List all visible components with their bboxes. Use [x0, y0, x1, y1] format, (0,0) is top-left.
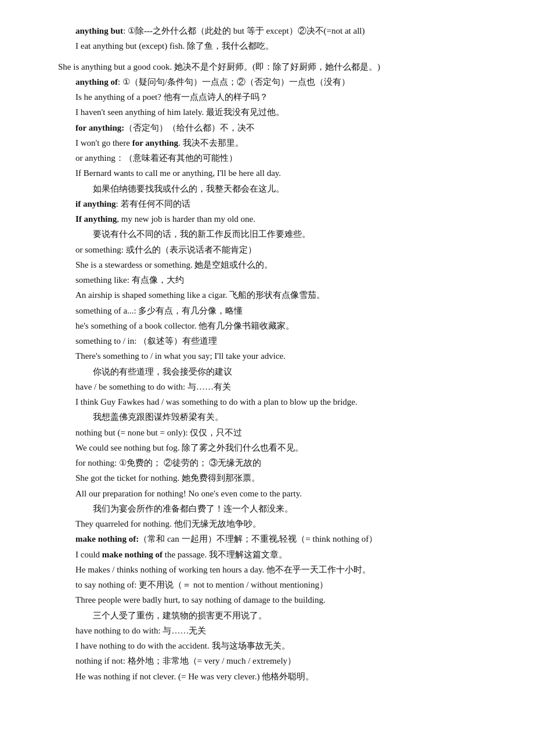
term-if-anything: if anything: [75, 199, 116, 208]
main-content: anything but: ①除---之外什么都（此处的 but 等于 exce…: [58, 23, 488, 684]
line-something-like-ex: An airship is shaped something like a ci…: [58, 287, 488, 303]
line-to-say-nothing-zh: 三个人受了重伤，建筑物的损害更不用说了。: [58, 608, 488, 623]
line-for-nothing-ex1: She got the ticket for nothing. 她免费得到那张票…: [58, 470, 488, 485]
line-for-anything-def: for anything:（否定句）（给什么都）不，决不: [58, 120, 488, 135]
line-for-nothing-def: for nothing: ①免费的； ②徒劳的； ③无缘无故的: [58, 455, 488, 470]
term-for-anything-bold: for anything: [132, 138, 178, 147]
line-or-something-def: or something: 或什么的（表示说话者不能肯定）: [58, 242, 488, 257]
line-have-something-ex: I think Guy Fawkes had / was something t…: [58, 394, 488, 409]
line-something-of-def: something of a...: 多少有点，有几分像，略懂: [58, 303, 488, 318]
line-or-anything-zh: 如果伯纳德要找我或什么的，我整天都会在这儿。: [58, 181, 488, 196]
line-for-nothing-ex3: They quarreled for nothing. 他们无缘无故地争吵。: [58, 516, 488, 531]
term-make-nothing-bold: make nothing of: [102, 550, 163, 559]
line-or-anything-def: or anything：（意味着还有其他的可能性）: [58, 150, 488, 165]
line-make-nothing-ex1: I could make nothing of the passage. 我不理…: [58, 547, 488, 562]
line-something-like-def: something like: 有点像，大约: [58, 272, 488, 287]
line-she-is: She is anything but a good cook. 她决不是个好厨…: [58, 59, 488, 74]
term-anything-of: anything of: [75, 77, 118, 87]
line-make-nothing-ex2: He makes / thinks nothing of working ten…: [58, 562, 488, 577]
line-anything-but-ex: I eat anything but (except) fish. 除了鱼，我什…: [58, 38, 488, 53]
line-for-nothing-ex2: All our preparation for nothing! No one'…: [58, 486, 488, 501]
line-if-anything-def: if anything: 若有任何不同的话: [58, 196, 488, 211]
line-or-anything-ex: If Bernard wants to call me or anything,…: [58, 165, 488, 181]
line-something-of-ex: he's something of a book collector. 他有几分…: [58, 318, 488, 333]
line-anything-of-ex1: Is he anything of a poet? 他有一点点诗人的样子吗？: [58, 89, 488, 105]
line-something-to-def: something to / in: （叙述等）有些道理: [58, 333, 488, 348]
term-for-anything: for anything:: [75, 123, 124, 132]
line-if-anything-ex: If anything, my new job is harder than m…: [58, 211, 488, 226]
line-for-nothing-zh: 我们为宴会所作的准备都白费了！连一个人都没来。: [58, 501, 488, 516]
line-or-something-ex: She is a stewardess or something. 她是空姐或什…: [58, 257, 488, 272]
line-anything-of-ex2: I haven't seen anything of him lately. 最…: [58, 105, 488, 120]
term-if-anything-bold: If anything: [75, 214, 117, 224]
line-nothing-if-not-def: nothing if not: 格外地；非常地（= very / much / …: [58, 653, 488, 668]
line-anything-but-def: anything but: ①除---之外什么都（此处的 but 等于 exce…: [58, 23, 488, 38]
line-anything-of-def: anything of: ①（疑问句/条件句）一点点；②（否定句）一点也（没有）: [58, 74, 488, 89]
line-to-say-nothing-def: to say nothing of: 更不用说（＝ not to mention…: [58, 577, 488, 592]
line-something-to-ex: There's something to / in what you say; …: [58, 348, 488, 363]
line-have-something-def: have / be something to do with: 与……有关: [58, 379, 488, 394]
term-anything-but: anything but: [75, 26, 123, 35]
term-make-nothing: make nothing of:: [75, 534, 139, 543]
line-have-something-zh: 我想盖佛克跟图谋炸毁桥梁有关。: [58, 409, 488, 424]
line-if-anything-zh: 要说有什么不同的话，我的新工作反而比旧工作要难些。: [58, 226, 488, 242]
line-have-nothing-def: have nothing to do with: 与……无关: [58, 623, 488, 638]
line-make-nothing-def: make nothing of:（常和 can 一起用）不理解；不重视,轻视（=…: [58, 531, 488, 546]
line-have-nothing-ex: I have nothing to do with the accident. …: [58, 638, 488, 653]
line-nothing-if-not-ex: He was nothing if not clever. (= He was …: [58, 669, 488, 684]
line-nothing-but-def: nothing but (= none but = only): 仅仅，只不过: [58, 425, 488, 440]
line-to-say-nothing-ex: Three people were badly hurt, to say not…: [58, 592, 488, 607]
line-for-anything-ex: I won't go there for anything. 我决不去那里。: [58, 135, 488, 150]
line-something-to-zh: 你说的有些道理，我会接受你的建议: [58, 364, 488, 379]
line-nothing-but-ex: We could see nothing but fog. 除了雾之外我们什么也…: [58, 440, 488, 455]
